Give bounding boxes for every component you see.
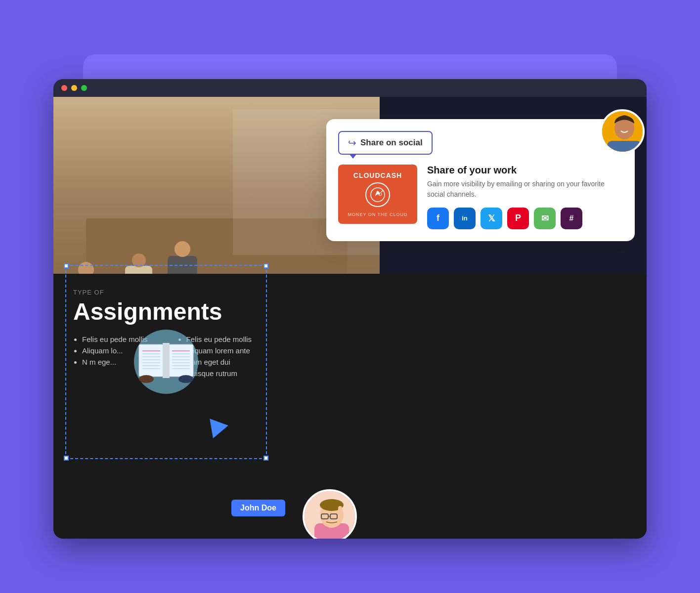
svg-point-30	[371, 188, 385, 202]
facebook-button[interactable]: f	[427, 208, 449, 229]
linkedin-icon: in	[462, 214, 468, 222]
device-content: LONDON	[53, 97, 647, 539]
share-arrow-icon: ↪	[348, 137, 356, 149]
svg-point-17	[139, 375, 154, 383]
avatar-person-2	[303, 489, 357, 539]
twitter-button[interactable]: 𝕏	[481, 208, 502, 229]
slack-icon: #	[569, 214, 574, 223]
linkedin-button[interactable]: in	[454, 208, 476, 229]
pinterest-button[interactable]: P	[507, 208, 529, 229]
avatar-main	[600, 109, 645, 154]
thumbnail-title: CLOUDCASH	[353, 171, 402, 179]
twitter-icon: 𝕏	[488, 213, 495, 224]
share-thumbnail: CLOUDCASH MONEY ON THE CLOUD	[338, 165, 417, 224]
dot-red	[61, 85, 67, 91]
share-content-row: CLOUDCASH MONEY ON THE CLOUD	[338, 165, 623, 229]
name-tag: John Doe	[231, 500, 285, 516]
share-info: Share of your work Gain more visibility …	[427, 165, 623, 229]
dot-green	[81, 85, 87, 91]
device-top-bar	[53, 79, 647, 97]
svg-point-18	[178, 375, 193, 383]
email-button[interactable]: ✉	[534, 208, 556, 229]
thumbnail-icon-svg	[370, 187, 385, 202]
slack-button[interactable]: #	[561, 208, 582, 229]
share-work-desc: Gain more visibility by emailing or shar…	[427, 179, 623, 200]
share-tooltip[interactable]: ↪ Share on social	[338, 131, 433, 155]
thumbnail-icon	[365, 182, 390, 207]
share-panel: ↪ Share on social CLOUDCASH	[326, 119, 635, 241]
svg-rect-1	[169, 344, 193, 377]
book-svg	[131, 332, 201, 391]
device-frame: LONDON	[53, 79, 647, 539]
social-icons-row: f in 𝕏 P ✉	[427, 208, 623, 229]
thumbnail-subtitle: MONEY ON THE CLOUD	[348, 212, 407, 217]
book-illustration	[66, 266, 266, 458]
svg-rect-0	[139, 344, 164, 377]
avatar-main-svg	[602, 111, 645, 154]
avatar-2-svg	[305, 491, 357, 539]
facebook-icon: f	[437, 213, 439, 223]
share-work-title: Share of your work	[427, 165, 623, 176]
email-icon: ✉	[541, 213, 549, 224]
dot-yellow	[71, 85, 77, 91]
svg-rect-2	[163, 343, 170, 378]
selected-element	[65, 265, 267, 459]
svg-line-32	[381, 190, 383, 192]
svg-rect-26	[338, 506, 342, 518]
share-tooltip-text: Share on social	[360, 138, 423, 148]
outer-container: LONDON	[53, 54, 647, 539]
svg-rect-29	[607, 141, 642, 154]
pinterest-icon: P	[515, 213, 521, 223]
